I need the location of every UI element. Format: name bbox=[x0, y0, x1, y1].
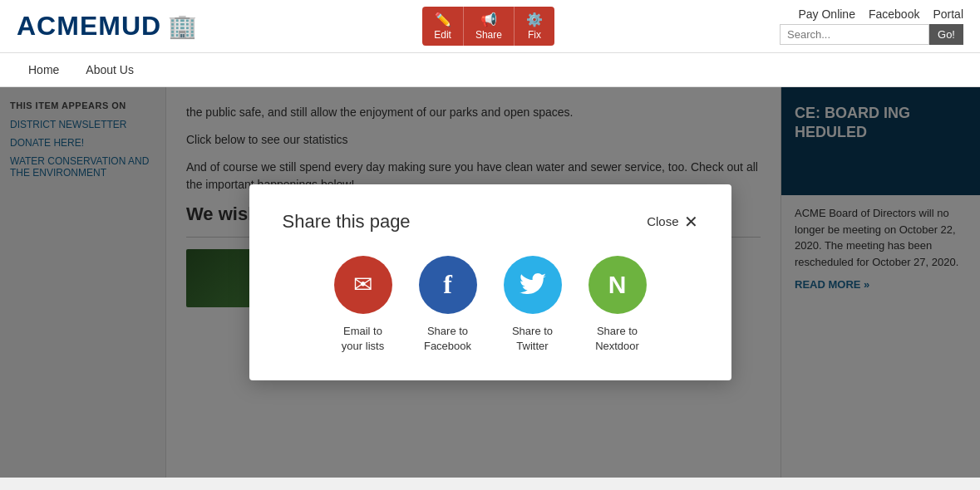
share-label: Share bbox=[475, 29, 502, 41]
search-input[interactable] bbox=[780, 24, 929, 45]
nav-item-about[interactable]: About Us bbox=[74, 53, 145, 86]
pay-online-link[interactable]: Pay Online bbox=[798, 7, 854, 21]
portal-link[interactable]: Portal bbox=[933, 7, 963, 21]
modal-overlay[interactable]: Share this page Close ✕ ✉ Email toyour l… bbox=[0, 87, 980, 478]
share-options: ✉ Email toyour lists f Share toFacebook … bbox=[283, 256, 698, 354]
nav-item-home[interactable]: Home bbox=[17, 53, 71, 86]
modal-title: Share this page bbox=[283, 211, 411, 233]
edit-icon: ✏️ bbox=[435, 12, 451, 27]
main-content: THIS ITEM APPEARS ON DISTRICT NEWSLETTER… bbox=[0, 87, 980, 478]
share-button[interactable]: 📢 Share bbox=[464, 7, 515, 46]
share-icon: 📢 bbox=[480, 12, 497, 27]
share-option-facebook[interactable]: f Share toFacebook bbox=[419, 256, 477, 354]
twitter-share-icon bbox=[504, 256, 562, 314]
search-go-button[interactable]: Go! bbox=[929, 24, 963, 45]
edit-label: Edit bbox=[434, 29, 451, 41]
email-share-label: Email toyour lists bbox=[342, 324, 384, 354]
twitter-share-label: Share toTwitter bbox=[512, 324, 553, 354]
modal-close-button[interactable]: Close ✕ bbox=[647, 212, 697, 232]
logo: ACMEMUD 🏢 bbox=[17, 11, 197, 42]
edit-button[interactable]: ✏️ Edit bbox=[422, 7, 464, 46]
share-modal: Share this page Close ✕ ✉ Email toyour l… bbox=[249, 184, 731, 380]
facebook-share-label: Share toFacebook bbox=[424, 324, 471, 354]
main-nav: Home About Us bbox=[0, 53, 980, 87]
nextdoor-share-icon: N bbox=[588, 256, 647, 314]
search-bar: Go! bbox=[780, 24, 963, 45]
close-icon: ✕ bbox=[684, 212, 698, 232]
admin-toolbar: ✏️ Edit 📢 Share ⚙️ Fix bbox=[422, 7, 554, 46]
share-option-email[interactable]: ✉ Email toyour lists bbox=[334, 256, 392, 354]
fix-icon: ⚙️ bbox=[526, 12, 543, 27]
nextdoor-share-label: Share toNextdoor bbox=[595, 324, 639, 354]
facebook-share-icon: f bbox=[419, 256, 477, 314]
header-links: Pay Online Facebook Portal bbox=[798, 7, 963, 21]
logo-icon: 🏢 bbox=[168, 12, 197, 40]
modal-header: Share this page Close ✕ bbox=[283, 211, 698, 233]
fix-button[interactable]: ⚙️ Fix bbox=[515, 7, 554, 46]
close-label: Close bbox=[647, 214, 678, 228]
logo-text: ACMEMUD bbox=[17, 11, 161, 42]
fix-label: Fix bbox=[528, 29, 541, 41]
share-option-twitter[interactable]: Share toTwitter bbox=[504, 256, 562, 354]
email-share-icon: ✉ bbox=[334, 256, 392, 314]
header-top-right: Pay Online Facebook Portal Go! bbox=[780, 7, 963, 45]
header: ACMEMUD 🏢 ✏️ Edit 📢 Share ⚙️ Fix Pay Onl… bbox=[0, 0, 980, 53]
share-option-nextdoor[interactable]: N Share toNextdoor bbox=[588, 256, 647, 354]
facebook-link[interactable]: Facebook bbox=[869, 7, 919, 21]
